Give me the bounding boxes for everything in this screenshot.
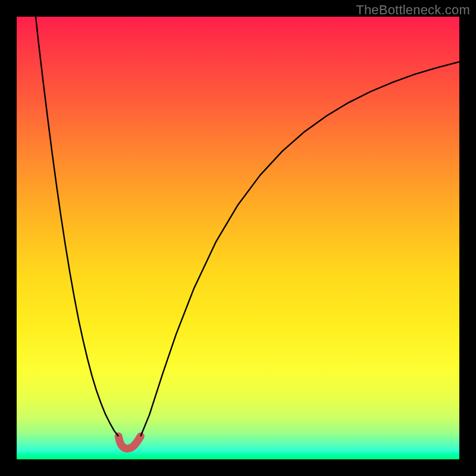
left-curve-line	[36, 17, 118, 436]
chart-plot-area	[17, 17, 459, 459]
right-curve-line	[140, 62, 459, 436]
dip-marker-line	[118, 436, 140, 449]
chart-svg	[17, 17, 459, 459]
watermark-text: TheBottleneck.com	[356, 2, 470, 18]
chart-frame: TheBottleneck.com	[0, 0, 476, 476]
